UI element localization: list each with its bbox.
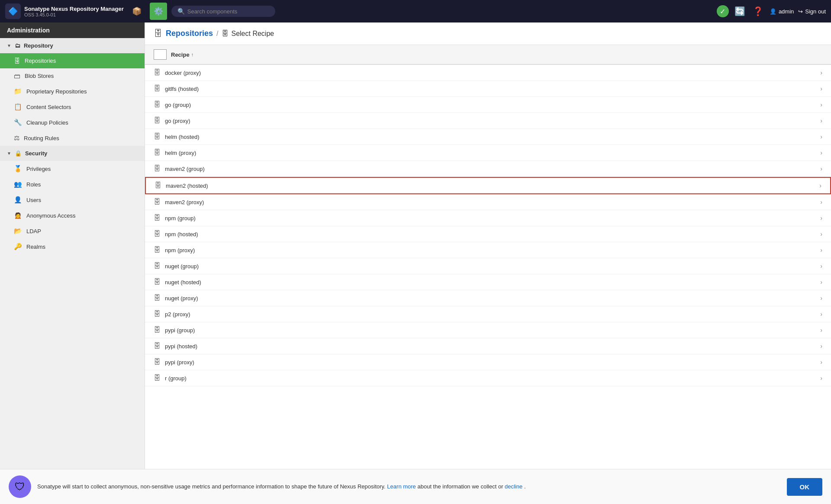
row-db-icon: 🗄	[154, 133, 161, 141]
notification-learn-more-link[interactable]: Learn more	[387, 483, 416, 490]
table-row[interactable]: 🗄 npm (proxy) ›	[145, 242, 831, 258]
topnav-right: ✓ 🔄 ❓ 👤 admin ↪ Sign out	[717, 4, 826, 18]
sidebar-item-users[interactable]: 👤 Users	[0, 192, 145, 208]
breadcrumb-title[interactable]: Repositories	[166, 29, 213, 38]
sidebar-item-routing-rules[interactable]: ⚖ Routing Rules	[0, 130, 145, 146]
sidebar-item-blob-stores[interactable]: 🗃 Blob Stores	[0, 68, 145, 83]
table-row[interactable]: 🗄 nuget (proxy) ›	[145, 290, 831, 306]
row-db-icon: 🗄	[154, 326, 161, 334]
row-label: npm (hosted)	[165, 231, 820, 238]
sidebar-scroll: ▼ 🗂 Repository 🗄 Repositories 🗃 Blob Sto…	[0, 38, 145, 504]
table-row[interactable]: 🗄 p2 (proxy) ›	[145, 306, 831, 322]
table-row[interactable]: 🗄 maven2 (proxy) ›	[145, 194, 831, 210]
layout: Administration ▼ 🗂 Repository 🗄 Reposito…	[0, 22, 831, 504]
sidebar-item-ldap[interactable]: 📂 LDAP	[0, 223, 145, 239]
sidebar-item-privileges[interactable]: 🏅 Privileges	[0, 161, 145, 177]
brand-text: Sonatype Nexus Repository Manager OSS 3.…	[24, 6, 124, 17]
sidebar-item-anonymous-access[interactable]: 🙍 Anonymous Access	[0, 208, 145, 223]
row-label: nuget (proxy)	[165, 295, 820, 302]
browse-icon-btn[interactable]: 📦	[128, 3, 145, 20]
sidebar-item-content-selectors-label: Content Selectors	[26, 104, 71, 110]
app-logo: 🔷	[5, 3, 21, 19]
sidebar-item-users-label: Users	[26, 197, 41, 203]
signout-label: Sign out	[805, 8, 826, 15]
row-chevron-icon: ›	[820, 215, 822, 222]
sidebar-item-repositories[interactable]: 🗄 Repositories	[0, 53, 145, 68]
row-label: maven2 (group)	[165, 166, 820, 172]
sidebar-item-proprietary-repos[interactable]: 📁 Proprietary Repositories	[0, 83, 145, 99]
sidebar-item-ldap-label: LDAP	[26, 228, 41, 234]
sidebar-item-anonymous-access-label: Anonymous Access	[26, 212, 75, 219]
table-row[interactable]: 🗄 gitlfs (hosted) ›	[145, 81, 831, 97]
row-db-icon: 🗄	[154, 262, 161, 270]
app-title: Sonatype Nexus Repository Manager	[24, 6, 124, 12]
row-label: npm (group)	[165, 215, 820, 222]
routing-rules-icon: ⚖	[14, 134, 19, 142]
row-label: gitlfs (hosted)	[165, 86, 820, 92]
notification-ok-button[interactable]: OK	[787, 478, 823, 496]
row-db-icon: 🗄	[155, 182, 161, 189]
table-row[interactable]: 🗄 nuget (hosted) ›	[145, 274, 831, 290]
table-header: Recipe ↑	[145, 45, 831, 65]
sort-indicator[interactable]: ↑	[191, 52, 194, 57]
sidebar-section-repository-label: Repository	[24, 42, 53, 49]
breadcrumb: 🗄 Repositories / 🗄 Select Recipe	[145, 22, 831, 45]
table-row[interactable]: 🗄 go (group) ›	[145, 97, 831, 113]
sidebar-item-content-selectors[interactable]: 📋 Content Selectors	[0, 99, 145, 115]
table-row[interactable]: 🗄 r (group) ›	[145, 370, 831, 386]
table-row[interactable]: 🗄 nuget (group) ›	[145, 258, 831, 274]
sidebar-item-blob-stores-label: Blob Stores	[25, 73, 54, 79]
app-version: OSS 3.45.0-01	[24, 12, 124, 17]
cleanup-policies-icon: 🔧	[14, 119, 22, 126]
sidebar-item-cleanup-policies[interactable]: 🔧 Cleanup Policies	[0, 115, 145, 130]
row-chevron-icon: ›	[819, 182, 821, 189]
breadcrumb-separator: /	[216, 30, 218, 38]
row-label: p2 (proxy)	[165, 311, 820, 318]
sidebar-item-roles[interactable]: 👥 Roles	[0, 177, 145, 192]
table-row[interactable]: 🗄 maven2 (group) ›	[145, 161, 831, 177]
search-input[interactable]	[187, 8, 269, 15]
sidebar-item-cleanup-policies-label: Cleanup Policies	[26, 119, 68, 126]
table-row[interactable]: 🗄 npm (group) ›	[145, 210, 831, 226]
security-icon: 🔒	[15, 150, 22, 157]
header-checkbox[interactable]	[154, 49, 167, 60]
notification-decline-link[interactable]: decline	[505, 483, 522, 490]
admin-icon-btn[interactable]: ⚙️	[150, 3, 167, 20]
breadcrumb-icon: 🗄	[154, 29, 162, 39]
main-content: 🗄 Repositories / 🗄 Select Recipe Recipe …	[145, 22, 831, 504]
table-row[interactable]: 🗄 helm (proxy) ›	[145, 145, 831, 161]
row-chevron-icon: ›	[820, 327, 822, 334]
table-row[interactable]: 🗄 maven2 (hosted) ›	[145, 177, 831, 194]
sidebar-section-security[interactable]: ▼ 🔒 Security	[0, 146, 145, 161]
row-db-icon: 🗄	[154, 214, 161, 222]
table-row[interactable]: 🗄 docker (proxy) ›	[145, 65, 831, 81]
row-db-icon: 🗄	[154, 342, 161, 350]
row-db-icon: 🗄	[154, 198, 161, 206]
table-row[interactable]: 🗄 pypi (proxy) ›	[145, 354, 831, 370]
user-menu-btn[interactable]: 👤 admin	[770, 8, 794, 15]
table-row[interactable]: 🗄 helm (hosted) ›	[145, 129, 831, 145]
row-chevron-icon: ›	[820, 263, 822, 270]
help-icon-btn[interactable]: ❓	[751, 4, 765, 18]
row-db-icon: 🗄	[154, 230, 161, 238]
sidebar-item-realms[interactable]: 🔑 Realms	[0, 239, 145, 254]
table-row[interactable]: 🗄 npm (hosted) ›	[145, 226, 831, 242]
sidebar-section-repository[interactable]: ▼ 🗂 Repository	[0, 38, 145, 53]
row-db-icon: 🗄	[154, 246, 161, 254]
table-row[interactable]: 🗄 go (proxy) ›	[145, 113, 831, 129]
roles-icon: 👥	[14, 180, 22, 188]
row-db-icon: 🗄	[154, 117, 161, 125]
table-row[interactable]: 🗄 pypi (group) ›	[145, 322, 831, 338]
refresh-icon-btn[interactable]: 🔄	[733, 4, 747, 18]
row-label: maven2 (proxy)	[165, 199, 820, 205]
row-label: pypi (proxy)	[165, 359, 820, 366]
ldap-icon: 📂	[14, 227, 22, 235]
blob-stores-icon: 🗃	[14, 72, 20, 80]
table-row[interactable]: 🗄 pypi (hosted) ›	[145, 338, 831, 354]
notification-text: Sonatype will start to collect anonymous…	[37, 482, 781, 491]
signout-button[interactable]: ↪ Sign out	[798, 8, 826, 15]
repositories-icon: 🗄	[14, 57, 20, 64]
proprietary-repos-icon: 📁	[14, 87, 22, 95]
row-db-icon: 🗄	[154, 310, 161, 318]
signout-icon: ↪	[798, 8, 803, 15]
